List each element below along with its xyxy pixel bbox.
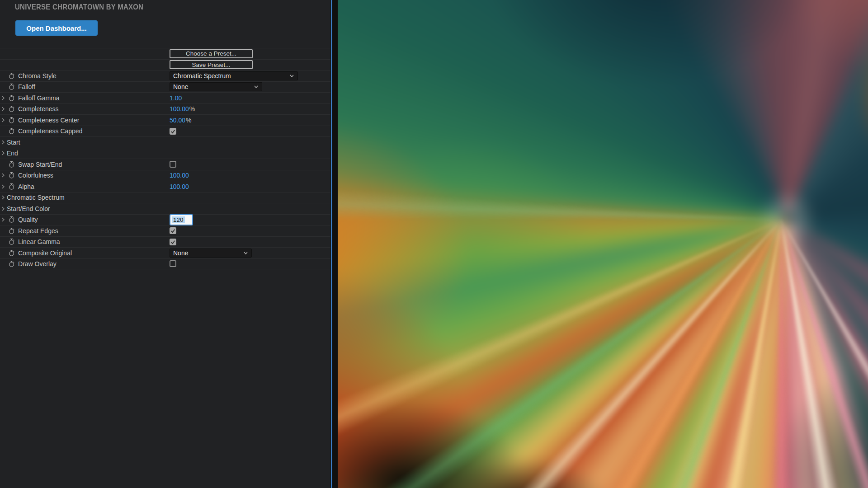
- param-label: Completeness Center: [18, 117, 79, 124]
- expander-chevron-icon[interactable]: [1, 206, 6, 211]
- param-row-linear-gamma: Linear Gamma: [0, 236, 330, 248]
- param-row-alpha: Alpha 100.00: [0, 181, 330, 192]
- param-label: Falloff Gamma: [18, 94, 60, 102]
- param-label: Repeat Edges: [18, 227, 58, 235]
- stopwatch-icon[interactable]: [9, 183, 14, 190]
- param-label: Colorfulness: [18, 172, 53, 179]
- param-label: Swap Start/End: [18, 161, 62, 168]
- stopwatch-icon[interactable]: [9, 72, 14, 79]
- param-label: Linear Gamma: [18, 238, 60, 245]
- param-row-end: End: [0, 148, 330, 159]
- swap-start-end-checkbox[interactable]: [170, 161, 176, 168]
- dropdown-value: Chromatic Spectrum: [173, 72, 231, 80]
- chroma-style-dropdown[interactable]: Chromatic Spectrum: [170, 71, 298, 80]
- stopwatch-icon[interactable]: [9, 216, 14, 223]
- composite-original-dropdown[interactable]: None: [170, 249, 252, 258]
- stopwatch-icon[interactable]: [9, 249, 14, 256]
- repeat-edges-checkbox[interactable]: [170, 227, 176, 234]
- param-label: Falloff: [18, 83, 35, 90]
- param-row-completeness-capped: Completeness Capped: [0, 126, 330, 137]
- effect-title: UNIVERSE CHROMATOWN BY MAXON: [15, 3, 143, 12]
- expander-chevron-icon[interactable]: [1, 173, 6, 178]
- active-panel-border: [331, 0, 332, 488]
- expander-chevron-icon[interactable]: [1, 217, 6, 222]
- param-row-choose-preset: Choose a Preset...: [0, 48, 330, 59]
- param-value[interactable]: 100.00: [170, 172, 189, 179]
- expander-chevron-icon[interactable]: [1, 195, 6, 200]
- param-row-completeness: Completeness 100.00 %: [0, 103, 330, 115]
- group-label: Chromatic Spectrum: [7, 194, 65, 201]
- open-dashboard-button[interactable]: Open Dashboard...: [15, 20, 98, 36]
- param-label: Chroma Style: [18, 72, 57, 80]
- param-row-chroma-style: Chroma Style Chromatic Spectrum: [0, 70, 330, 81]
- stopwatch-icon[interactable]: [9, 227, 14, 234]
- choose-preset-button[interactable]: Choose a Preset...: [170, 49, 253, 58]
- param-row-chromatic-spectrum: Chromatic Spectrum: [0, 192, 330, 203]
- param-value[interactable]: 1.00: [170, 94, 182, 102]
- quality-input[interactable]: 120: [170, 214, 193, 225]
- group-label: End: [7, 150, 18, 157]
- param-row-falloff-gamma: Falloff Gamma 1.00: [0, 92, 330, 103]
- stopwatch-icon[interactable]: [9, 260, 14, 267]
- falloff-dropdown[interactable]: None: [170, 82, 262, 91]
- stopwatch-icon[interactable]: [9, 161, 14, 168]
- param-row-repeat-edges: Repeat Edges: [0, 225, 330, 236]
- param-value[interactable]: 100.00: [170, 183, 189, 190]
- effect-controls-panel: UNIVERSE CHROMATOWN BY MAXON Open Dashbo…: [0, 0, 330, 488]
- stopwatch-icon[interactable]: [9, 106, 14, 113]
- completeness-capped-checkbox[interactable]: [170, 128, 176, 135]
- param-value-suffix: %: [189, 105, 195, 113]
- stopwatch-icon[interactable]: [9, 84, 14, 90]
- chevron-down-icon: [290, 75, 294, 77]
- param-row-falloff: Falloff None: [0, 81, 330, 93]
- checkmark-icon: [170, 129, 175, 134]
- param-row-swap-start-end: Swap Start/End: [0, 159, 330, 170]
- expander-chevron-icon[interactable]: [1, 107, 6, 111]
- save-preset-button[interactable]: Save Preset...: [170, 60, 253, 69]
- param-row-start: Start: [0, 136, 330, 148]
- expander-chevron-icon[interactable]: [1, 184, 6, 189]
- linear-gamma-checkbox[interactable]: [170, 239, 176, 245]
- param-row-quality: Quality 120: [0, 214, 330, 225]
- param-row-completeness-center: Completeness Center 50.00 %: [0, 114, 330, 126]
- input-selected-text: 120: [172, 216, 185, 223]
- param-label: Draw Overlay: [18, 260, 57, 267]
- param-label: Quality: [18, 216, 38, 223]
- group-label: Start/End Color: [7, 205, 50, 212]
- stopwatch-icon[interactable]: [9, 94, 14, 101]
- chromatown-render-rays: [338, 0, 868, 488]
- param-row-composite-original: Composite Original None: [0, 247, 330, 258]
- stopwatch-icon[interactable]: [9, 117, 14, 123]
- draw-overlay-checkbox[interactable]: [170, 260, 176, 267]
- param-value[interactable]: 100.00: [170, 105, 189, 113]
- group-label: Start: [7, 139, 20, 146]
- param-label: Composite Original: [18, 249, 72, 257]
- expander-chevron-icon[interactable]: [1, 118, 6, 122]
- parameter-rows: Choose a Preset... Save Preset... Chroma…: [0, 48, 330, 269]
- stopwatch-icon[interactable]: [9, 172, 14, 179]
- chevron-down-icon: [244, 252, 248, 254]
- expander-chevron-icon[interactable]: [1, 151, 6, 155]
- expander-chevron-icon[interactable]: [1, 140, 6, 145]
- composition-preview[interactable]: [338, 0, 868, 488]
- param-row-colorfulness: Colorfulness 100.00: [0, 170, 330, 181]
- param-label: Completeness Capped: [18, 127, 82, 135]
- dropdown-value: None: [173, 83, 188, 90]
- param-row-draw-overlay: Draw Overlay: [0, 258, 330, 270]
- stopwatch-icon[interactable]: [9, 128, 14, 135]
- param-label: Completeness: [18, 105, 59, 113]
- dropdown-value: None: [173, 249, 188, 257]
- chevron-down-icon: [254, 85, 258, 88]
- param-value-suffix: %: [186, 117, 191, 124]
- param-label: Alpha: [18, 183, 34, 190]
- stopwatch-icon[interactable]: [9, 239, 14, 245]
- expander-chevron-icon[interactable]: [1, 96, 6, 100]
- checkmark-icon: [170, 228, 175, 233]
- param-row-save-preset: Save Preset...: [0, 59, 330, 70]
- param-row-start-end-color: Start/End Color: [0, 203, 330, 214]
- checkmark-icon: [170, 239, 175, 244]
- param-value[interactable]: 50.00: [170, 117, 185, 124]
